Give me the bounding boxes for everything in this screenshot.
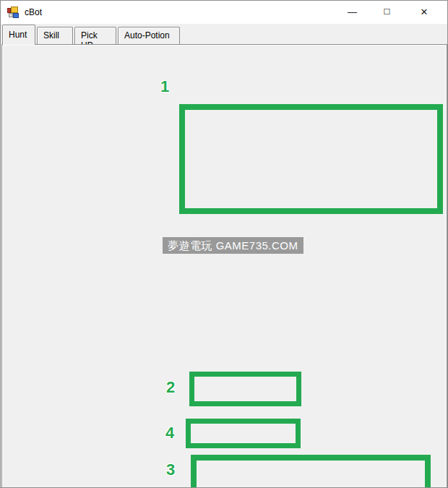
minimize-button[interactable]: — <box>336 1 369 23</box>
maximize-button[interactable]: ☐ <box>371 1 403 23</box>
close-icon: ✕ <box>421 7 428 17</box>
cbot-window: cBot — ☐ ✕ Hunt Skill Pick UP Auto-Potio… <box>0 0 448 488</box>
app-icon <box>7 7 19 18</box>
tab-pick-up[interactable]: Pick UP <box>74 27 116 44</box>
tab-auto-potion[interactable]: Auto-Potion <box>118 27 180 44</box>
tab-skill[interactable]: Skill <box>37 27 73 44</box>
close-button[interactable]: ✕ <box>407 1 441 23</box>
minimize-icon: — <box>348 7 357 17</box>
tab-hunt[interactable]: Hunt <box>2 25 35 45</box>
tab-strip: Hunt Skill Pick UP Auto-Potion <box>1 25 447 45</box>
window-title: cBot <box>25 7 42 17</box>
watermark: 夢遊電玩 GAME735.COM <box>163 237 303 254</box>
hunt-tab-page <box>1 44 447 488</box>
title-bar: cBot — ☐ ✕ <box>1 1 447 24</box>
maximize-icon: ☐ <box>384 7 391 17</box>
